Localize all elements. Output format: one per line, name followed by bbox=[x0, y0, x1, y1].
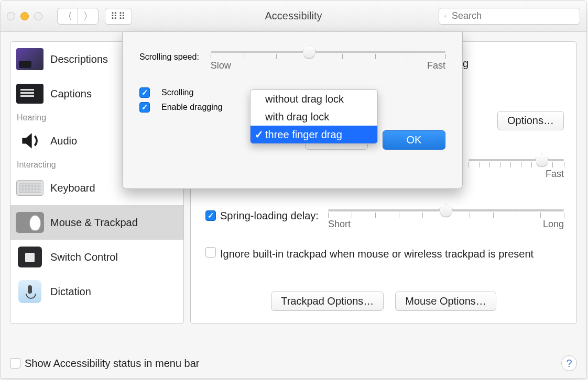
spring-loading-checkbox[interactable] bbox=[205, 210, 216, 221]
svg-line-1 bbox=[446, 16, 447, 17]
trackpad-options-button[interactable]: Trackpad Options… bbox=[271, 292, 384, 311]
footer: Show Accessibility status in menu bar ? bbox=[10, 355, 577, 371]
spring-loading-slider[interactable]: Short Long bbox=[328, 205, 564, 226]
slider-label-fast: Fast bbox=[427, 60, 445, 71]
dropdown-option-with-drag-lock[interactable]: with drag lock bbox=[251, 108, 377, 126]
chevron-left-icon: 〈 bbox=[63, 10, 72, 23]
toolbar: 〈 〉 ⠿⠿ Accessibility bbox=[1, 1, 586, 32]
slider-label-short: Short bbox=[328, 219, 351, 230]
scrolling-label: Scrolling bbox=[161, 88, 193, 97]
sidebar-item-label: Audio bbox=[50, 135, 77, 147]
search-field[interactable] bbox=[439, 8, 580, 25]
captions-icon bbox=[16, 82, 44, 106]
scrolling-speed-slider[interactable]: Slow Fast bbox=[211, 47, 445, 68]
scrolling-speed-label: Scrolling speed: bbox=[139, 52, 199, 62]
sidebar-item-label: Mouse & Trackpad bbox=[50, 217, 138, 229]
sidebar-item-mouse-trackpad[interactable]: Mouse & Trackpad bbox=[10, 205, 183, 240]
keyboard-icon bbox=[16, 176, 44, 200]
sidebar-item-label: Captions bbox=[50, 88, 92, 100]
search-input[interactable] bbox=[451, 10, 574, 22]
chevron-right-icon: 〉 bbox=[83, 10, 93, 23]
search-icon bbox=[444, 12, 447, 20]
dictation-icon bbox=[16, 280, 44, 304]
switch-control-icon bbox=[16, 245, 44, 269]
svg-point-0 bbox=[445, 15, 447, 17]
sidebar-item-label: Descriptions bbox=[50, 53, 108, 65]
spring-loading-label: Spring-loading delay: bbox=[220, 210, 319, 222]
enable-dragging-label: Enable dragging bbox=[161, 103, 223, 112]
sidebar-item-label: Switch Control bbox=[50, 251, 118, 263]
window-controls bbox=[7, 12, 42, 20]
ok-button[interactable]: OK bbox=[383, 130, 445, 150]
dropdown-option-without-drag-lock[interactable]: without drag lock bbox=[251, 90, 377, 108]
dropdown-option-three-finger-drag[interactable]: three finger drag bbox=[251, 126, 377, 143]
dragging-style-dropdown: without drag lock with drag lock three f… bbox=[250, 90, 378, 144]
close-window-button[interactable] bbox=[7, 12, 15, 20]
sidebar-item-label: Keyboard bbox=[50, 182, 95, 194]
slider-label-slow: Slow bbox=[211, 60, 231, 71]
mouse-trackpad-icon bbox=[16, 210, 44, 234]
show-status-checkbox[interactable] bbox=[10, 358, 20, 368]
back-button[interactable]: 〈 bbox=[57, 8, 78, 25]
show-status-label: Show Accessibility status in menu bar bbox=[25, 357, 200, 370]
forward-button[interactable]: 〉 bbox=[78, 8, 99, 25]
grid-icon: ⠿⠿ bbox=[111, 12, 126, 21]
scrolling-checkbox[interactable] bbox=[139, 87, 150, 98]
options-button[interactable]: Options… bbox=[497, 111, 564, 130]
show-all-button[interactable]: ⠿⠿ bbox=[105, 8, 132, 25]
audio-icon bbox=[16, 129, 44, 153]
slider-label-long: Long bbox=[543, 219, 564, 230]
nav-buttons: 〈 〉 bbox=[57, 8, 99, 25]
spring-loading-row: Spring-loading delay: bbox=[205, 205, 564, 226]
zoom-window-button[interactable] bbox=[34, 12, 42, 20]
enable-dragging-checkbox[interactable] bbox=[139, 102, 150, 113]
ignore-trackpad-row: Ignore built-in trackpad when mouse or w… bbox=[205, 247, 564, 261]
mouse-options-button[interactable]: Mouse Options… bbox=[395, 292, 496, 311]
slider-label-fast: Fast bbox=[546, 169, 564, 180]
help-button[interactable]: ? bbox=[561, 355, 577, 371]
help-icon: ? bbox=[566, 357, 572, 370]
preferences-window: 〈 〉 ⠿⠿ Accessibility Descriptions bbox=[0, 0, 587, 379]
double-click-speed-slider[interactable]: Fast bbox=[469, 155, 564, 176]
ignore-trackpad-label: Ignore built-in trackpad when mouse or w… bbox=[220, 247, 533, 261]
ignore-trackpad-checkbox[interactable] bbox=[205, 247, 216, 258]
sidebar-item-dictation[interactable]: Dictation bbox=[10, 274, 183, 309]
descriptions-icon bbox=[16, 47, 44, 71]
sidebar-item-label: Dictation bbox=[50, 286, 91, 298]
sidebar-item-switch-control[interactable]: Switch Control bbox=[10, 240, 183, 274]
minimize-window-button[interactable] bbox=[20, 12, 29, 20]
